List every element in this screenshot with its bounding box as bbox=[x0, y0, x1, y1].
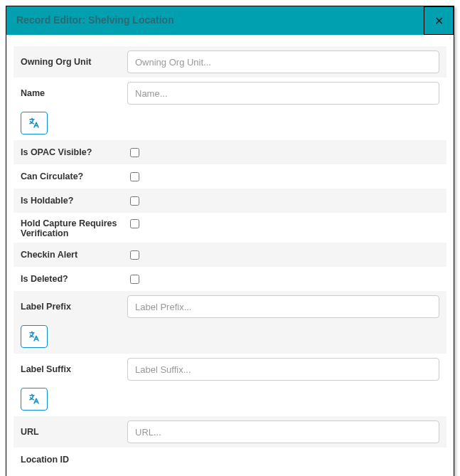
owning-org-input[interactable] bbox=[127, 51, 439, 73]
hold-verify-checkbox[interactable] bbox=[130, 219, 139, 228]
field-row-opac: Is OPAC Visible? bbox=[14, 140, 446, 164]
field-row-deleted: Is Deleted? bbox=[14, 267, 446, 291]
suffix-label: Label Suffix bbox=[21, 364, 127, 374]
dialog-title: Record Editor: Shelving Location bbox=[6, 6, 424, 35]
field-row-checkin: Checkin Alert bbox=[14, 243, 446, 267]
translate-icon bbox=[28, 117, 41, 129]
prefix-label: Label Prefix bbox=[21, 302, 127, 312]
translate-suffix-button[interactable] bbox=[21, 388, 48, 411]
translate-row-prefix bbox=[14, 322, 446, 354]
field-row-suffix: Label Suffix bbox=[14, 354, 446, 385]
field-row-prefix: Label Prefix bbox=[14, 291, 446, 322]
deleted-checkbox[interactable] bbox=[130, 275, 139, 284]
url-label: URL bbox=[21, 427, 127, 437]
dialog-header: Record Editor: Shelving Location ✕ bbox=[6, 6, 454, 35]
field-row-hold-verify: Hold Capture Requires Verification bbox=[14, 213, 446, 243]
checkin-checkbox[interactable] bbox=[130, 250, 139, 260]
field-row-location-id: Location ID bbox=[14, 448, 446, 472]
field-row-circ: Can Circulate? bbox=[14, 164, 446, 189]
field-row-name: Name bbox=[14, 78, 446, 109]
translate-row-name bbox=[14, 109, 446, 140]
circ-label: Can Circulate? bbox=[21, 171, 127, 181]
translate-prefix-button[interactable] bbox=[21, 325, 48, 348]
dialog-body: Owning Org Unit Name Is OPAC Visible? Ca… bbox=[6, 35, 454, 472]
holdable-label: Is Holdable? bbox=[21, 196, 127, 206]
close-button[interactable]: ✕ bbox=[424, 6, 454, 35]
field-row-url: URL bbox=[14, 416, 446, 448]
owning-org-label: Owning Org Unit bbox=[21, 57, 127, 67]
suffix-input[interactable] bbox=[127, 358, 439, 381]
translate-icon bbox=[28, 393, 41, 406]
location-id-label: Location ID bbox=[21, 455, 127, 465]
field-row-owning-org: Owning Org Unit bbox=[14, 46, 446, 78]
record-editor-dialog: Record Editor: Shelving Location ✕ Ownin… bbox=[6, 6, 454, 476]
name-label: Name bbox=[21, 88, 127, 98]
translate-name-button[interactable] bbox=[21, 112, 48, 134]
checkin-label: Checkin Alert bbox=[21, 250, 127, 260]
translate-icon bbox=[28, 330, 41, 343]
holdable-checkbox[interactable] bbox=[130, 196, 139, 206]
opac-label: Is OPAC Visible? bbox=[21, 147, 127, 157]
url-input[interactable] bbox=[127, 421, 439, 443]
translate-row-suffix bbox=[14, 385, 446, 416]
close-icon: ✕ bbox=[434, 14, 444, 28]
deleted-label: Is Deleted? bbox=[21, 274, 127, 284]
prefix-input[interactable] bbox=[127, 295, 439, 318]
dialog-footer: Cancel Save bbox=[6, 472, 454, 476]
hold-verify-label: Hold Capture Requires Verification bbox=[21, 217, 127, 238]
circ-checkbox[interactable] bbox=[130, 172, 139, 181]
opac-checkbox[interactable] bbox=[130, 148, 139, 157]
name-input[interactable] bbox=[127, 82, 439, 105]
field-row-holdable: Is Holdable? bbox=[14, 189, 446, 213]
